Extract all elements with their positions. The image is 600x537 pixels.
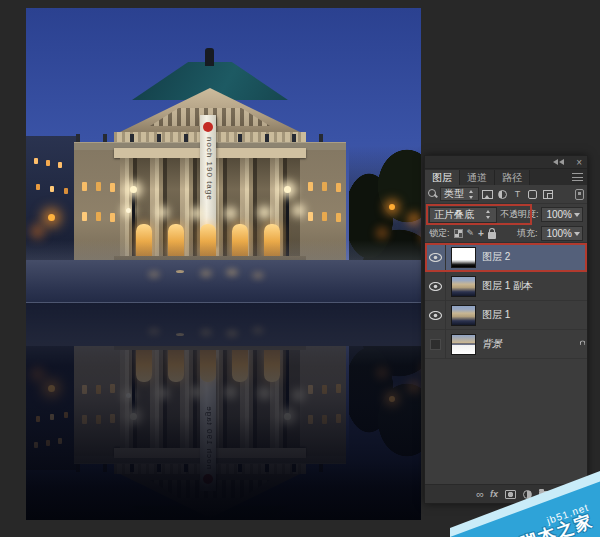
layer-name[interactable]: 图层 1	[482, 308, 510, 322]
visibility-eye-icon[interactable]	[425, 272, 446, 301]
tab-paths[interactable]: 路径	[495, 170, 530, 185]
layer-thumbnail[interactable]	[451, 334, 476, 355]
lock-label: 锁定:	[429, 227, 450, 240]
left-lit-windows	[34, 158, 38, 164]
panel-menu-icon[interactable]	[572, 173, 583, 181]
filter-smart-objects-icon[interactable]	[541, 188, 554, 201]
opacity-value[interactable]: 100%	[541, 207, 583, 222]
search-icon	[428, 189, 438, 199]
opacity-label: 不透明度:	[500, 208, 539, 221]
chevron-down-icon	[574, 232, 580, 236]
left-wing-windows	[82, 182, 87, 191]
fill-label: 填充:	[517, 227, 538, 240]
close-panel-icon[interactable]: ×	[576, 156, 582, 169]
right-wing-windows	[308, 182, 313, 191]
right-street-lamps	[389, 204, 395, 210]
light-spill	[176, 270, 184, 273]
panel-tabs: 图层 通道 路径	[425, 169, 587, 185]
layers-panel: × 图层 通道 路径 类型 T 正片叠底 不透明度:	[424, 155, 588, 504]
lock-all-icon[interactable]	[488, 232, 496, 239]
collapse-panel-icon[interactable]	[553, 159, 565, 166]
panel-titlebar: ×	[425, 156, 587, 169]
visibility-eye-icon[interactable]	[425, 301, 446, 330]
visibility-eye-empty[interactable]	[425, 330, 446, 359]
layer-thumbnail[interactable]	[451, 247, 476, 268]
photoshop-workspace: noch 190 tage	[0, 0, 600, 537]
layer-row-layer1[interactable]: 图层 1	[425, 301, 587, 330]
dropdown-spinner-icon	[485, 210, 492, 219]
layer-name[interactable]: 图层 1 副本	[482, 279, 533, 293]
blend-mode-dropdown[interactable]: 正片叠底	[429, 207, 497, 223]
layer-name[interactable]: 背景	[482, 337, 502, 351]
tab-layers[interactable]: 图层	[425, 170, 460, 185]
layer-filter-row: 类型 T	[425, 185, 587, 204]
tab-channels[interactable]: 通道	[460, 170, 495, 185]
lock-position-icon[interactable]: +	[478, 229, 484, 239]
lock-row: 锁定: ✎ + 填充: 100%	[425, 225, 587, 243]
filter-toggle-icon[interactable]	[575, 189, 584, 200]
chevron-down-icon	[574, 213, 580, 217]
layer-row-layer2[interactable]: 图层 2	[425, 243, 587, 272]
roof-statue	[205, 48, 214, 66]
filter-shape-layers-icon[interactable]	[526, 188, 539, 201]
lock-transparency-icon[interactable]	[454, 229, 463, 238]
dropdown-spinner-icon	[468, 190, 475, 199]
layers-list: 图层 2 图层 1 副本 图层 1 背景	[425, 243, 587, 454]
scene-above-water: noch 190 tage	[26, 8, 421, 303]
water-reflection: noch 190 tage	[26, 303, 421, 520]
banner-red-logo	[203, 122, 213, 132]
layer-name[interactable]: 图层 2	[482, 250, 510, 264]
water-darkening	[26, 303, 421, 520]
filter-kind-dropdown[interactable]: 类型	[440, 187, 479, 201]
plaza	[26, 260, 421, 303]
globe-lamps	[126, 208, 131, 213]
layer-thumbnail[interactable]	[451, 276, 476, 297]
filter-pixel-layers-icon[interactable]	[481, 188, 494, 201]
document-canvas[interactable]: noch 190 tage	[26, 8, 421, 520]
lock-pixels-icon[interactable]: ✎	[467, 229, 475, 238]
layers-list-empty-area	[425, 359, 587, 454]
left-street-lamp	[48, 214, 55, 221]
visibility-eye-icon[interactable]	[425, 243, 446, 272]
blend-mode-row: 正片叠底 不透明度: 100%	[425, 204, 587, 225]
filter-type-layers-icon[interactable]: T	[511, 188, 524, 201]
site-watermark: jb51.net 脚本之家	[450, 462, 600, 537]
filter-adjustment-layers-icon[interactable]	[496, 188, 509, 201]
layer-thumbnail[interactable]	[451, 305, 476, 326]
fill-value[interactable]: 100%	[541, 226, 583, 241]
layer-row-layer1-copy[interactable]: 图层 1 副本	[425, 272, 587, 301]
layer-row-background[interactable]: 背景	[425, 330, 587, 359]
